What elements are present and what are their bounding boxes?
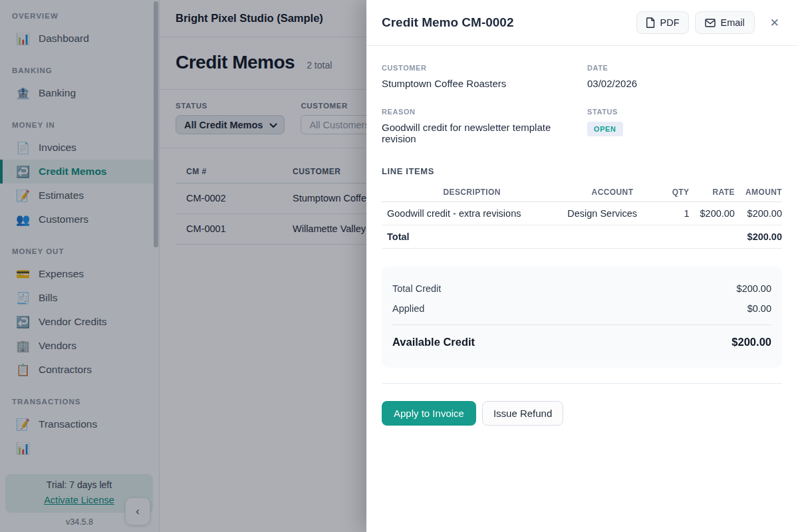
customer-field-value: Stumptown Coffee Roasters (382, 78, 587, 89)
column-header-account: ACCOUNT (562, 183, 662, 202)
line-item-row: Goodwill credit - extra revisions Design… (382, 202, 782, 225)
total-label: Total (382, 225, 562, 249)
line-items-heading: LINE ITEMS (382, 166, 782, 176)
apply-to-invoice-button[interactable]: Apply to Invoice (382, 401, 476, 426)
envelope-icon (705, 19, 716, 27)
column-header-qty: QTY (663, 183, 695, 202)
issue-refund-button[interactable]: Issue Refund (482, 401, 563, 426)
applied-value: $0.00 (747, 303, 771, 314)
document-file-icon (646, 17, 655, 28)
reason-field: REASON Goodwill credit for newsletter te… (382, 108, 587, 144)
total-credit-label: Total Credit (392, 283, 441, 294)
status-field: STATUS OPEN (587, 108, 782, 144)
panel-body: CUSTOMER Stumptown Coffee Roasters DATE … (366, 46, 798, 426)
email-button[interactable]: Email (695, 11, 754, 34)
line-item-qty: 1 (663, 202, 695, 225)
close-panel-button[interactable]: ✕ (766, 13, 783, 33)
line-items-header-row: DESCRIPTION ACCOUNT QTY RATE AMOUNT (382, 183, 782, 202)
detail-fields: CUSTOMER Stumptown Coffee Roasters DATE … (382, 64, 782, 144)
panel-actions: PDF Email ✕ (636, 11, 783, 34)
panel-title: Credit Memo CM-0002 (382, 15, 514, 30)
pdf-button-label: PDF (660, 17, 679, 28)
total-credit-row: Total Credit $200.00 (392, 279, 771, 299)
customer-field: CUSTOMER Stumptown Coffee Roasters (382, 64, 587, 89)
total-amount: $200.00 (740, 225, 782, 249)
line-item-rate: $200.00 (695, 202, 740, 225)
applied-row: Applied $0.00 (392, 299, 771, 319)
email-button-label: Email (720, 17, 744, 28)
line-item-amount: $200.00 (740, 202, 782, 225)
line-items-table: DESCRIPTION ACCOUNT QTY RATE AMOUNT Good… (382, 183, 782, 249)
close-icon: ✕ (770, 17, 779, 29)
line-item-account: Design Services (562, 202, 662, 225)
credit-memo-detail-panel: Credit Memo CM-0002 PDF Email ✕ CUSTOM (366, 0, 798, 532)
panel-action-buttons: Apply to Invoice Issue Refund (382, 401, 782, 426)
applied-label: Applied (392, 303, 424, 314)
reason-field-value: Goodwill credit for newsletter template … (382, 122, 587, 144)
column-header-amount: AMOUNT (740, 183, 782, 202)
section-divider (382, 383, 782, 384)
date-field-label: DATE (587, 64, 782, 72)
column-header-description: DESCRIPTION (382, 183, 562, 202)
panel-header: Credit Memo CM-0002 PDF Email ✕ (366, 0, 798, 46)
total-credit-value: $200.00 (737, 283, 771, 294)
date-field: DATE 03/02/2026 (587, 64, 782, 89)
date-field-value: 03/02/2026 (587, 78, 782, 89)
pdf-button[interactable]: PDF (636, 11, 689, 34)
line-item-description: Goodwill credit - extra revisions (382, 202, 562, 225)
line-items-total-row: Total $200.00 (382, 225, 782, 249)
available-credit-row: Available Credit $200.00 (392, 325, 771, 353)
credit-summary-card: Total Credit $200.00 Applied $0.00 Avail… (382, 267, 782, 368)
available-credit-value: $200.00 (732, 336, 771, 348)
column-header-rate: RATE (695, 183, 740, 202)
customer-field-label: CUSTOMER (382, 64, 587, 72)
available-credit-label: Available Credit (392, 336, 475, 348)
reason-field-label: REASON (382, 108, 587, 116)
status-badge: OPEN (587, 122, 623, 136)
status-field-label: STATUS (587, 108, 782, 116)
